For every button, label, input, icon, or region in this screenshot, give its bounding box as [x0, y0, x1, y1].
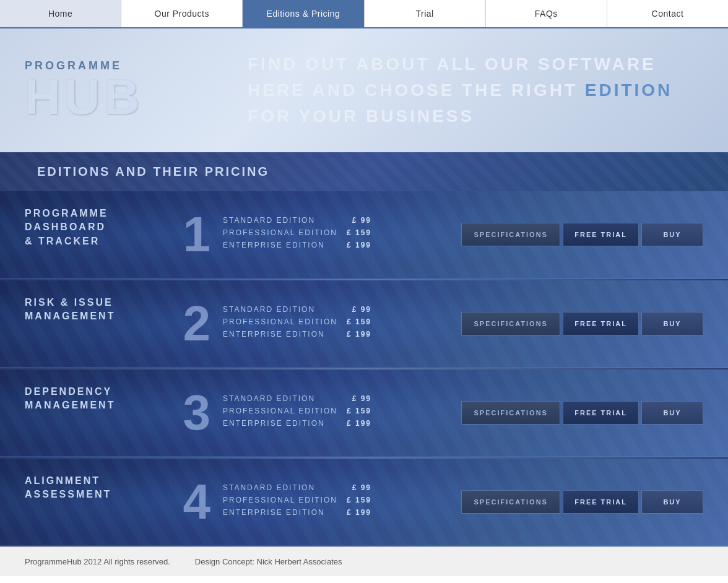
product-number: 1: [183, 210, 211, 259]
buy-button[interactable]: BUY: [641, 490, 703, 514]
price-row: ENTERPRISE EDITION £ 199: [223, 419, 371, 428]
logo-hub-text: HUB: [25, 72, 248, 122]
free-trial-button[interactable]: FREE TRIAL: [563, 401, 639, 425]
product-number: 2: [183, 299, 211, 348]
product-number: 3: [183, 388, 211, 438]
edition-label: PROFESSIONAL EDITION: [223, 317, 337, 326]
edition-label: STANDARD EDITION: [223, 483, 315, 492]
tagline-line3: FOR YOUR BUSINESS: [248, 103, 703, 129]
edition-price: £ 159: [347, 228, 371, 237]
specifications-button[interactable]: SPECIFICATIONS: [461, 490, 560, 514]
nav-trial[interactable]: Trial: [365, 0, 486, 27]
buy-button[interactable]: BUY: [641, 312, 703, 335]
nav-editions[interactable]: Editions & Pricing: [243, 0, 364, 27]
edition-label: ENTERPRISE EDITION: [223, 508, 325, 517]
price-row: ENTERPRISE EDITION £ 199: [223, 241, 371, 249]
nav-contact[interactable]: Contact: [607, 0, 728, 27]
edition-label: PROFESSIONAL EDITION: [223, 496, 337, 504]
edition-price: £ 159: [347, 407, 371, 415]
product-info: DEPENDENCYMANAGEMENT 3: [25, 385, 210, 441]
specifications-button[interactable]: SPECIFICATIONS: [461, 312, 560, 335]
free-trial-button[interactable]: FREE TRIAL: [563, 312, 639, 335]
edition-label: STANDARD EDITION: [223, 305, 315, 314]
action-buttons: SPECIFICATIONS FREE TRIAL BUY: [371, 401, 703, 425]
edition-price: £ 159: [347, 317, 371, 326]
edition-label: ENTERPRISE EDITION: [223, 241, 325, 249]
header-tagline: FIND OUT ABOUT ALL OUR SOFTWARE HERE AND…: [248, 51, 703, 129]
product-row-risk-issue: RISK & ISSUEMANAGEMENT 2 STANDARD EDITIO…: [0, 280, 728, 368]
edition-label: STANDARD EDITION: [223, 216, 315, 225]
action-buttons: SPECIFICATIONS FREE TRIAL BUY: [371, 312, 703, 335]
buy-button[interactable]: BUY: [641, 223, 703, 246]
main-navigation: Home Our Products Editions & Pricing Tri…: [0, 0, 728, 28]
tagline-accent: EDITION: [585, 80, 673, 100]
edition-label: ENTERPRISE EDITION: [223, 330, 325, 339]
action-buttons: SPECIFICATIONS FREE TRIAL BUY: [371, 223, 703, 246]
price-row: STANDARD EDITION £ 99: [223, 394, 371, 403]
edition-price: £ 199: [347, 508, 371, 517]
product-number: 4: [183, 477, 211, 527]
price-row: PROFESSIONAL EDITION £ 159: [223, 496, 371, 504]
price-row: STANDARD EDITION £ 99: [223, 483, 371, 492]
price-row: STANDARD EDITION £ 99: [223, 216, 371, 225]
nav-faqs[interactable]: FAQs: [486, 0, 607, 27]
pricing-section: STANDARD EDITION £ 99 PROFESSIONAL EDITI…: [223, 305, 371, 342]
edition-price: £ 99: [352, 216, 371, 225]
edition-price: £ 99: [352, 305, 371, 314]
free-trial-button[interactable]: FREE TRIAL: [563, 490, 639, 514]
tagline-line1: FIND OUT ABOUT ALL OUR SOFTWARE: [248, 51, 703, 77]
tagline-line2: HERE AND CHOOSE THE RIGHT EDITION: [248, 77, 703, 103]
product-info: ALIGNMENTASSESSMENT 4: [25, 474, 210, 530]
specifications-button[interactable]: SPECIFICATIONS: [461, 401, 560, 425]
price-row: ENTERPRISE EDITION £ 199: [223, 508, 371, 517]
section-banner: Editions and their pricing: [0, 152, 728, 191]
page-footer: ProgrammeHub 2012 All rights reserved. D…: [0, 546, 728, 576]
specifications-button[interactable]: SPECIFICATIONS: [461, 223, 560, 246]
pricing-section: STANDARD EDITION £ 99 PROFESSIONAL EDITI…: [223, 216, 371, 253]
free-trial-button[interactable]: FREE TRIAL: [563, 223, 639, 246]
edition-label: PROFESSIONAL EDITION: [223, 228, 337, 237]
price-row: PROFESSIONAL EDITION £ 159: [223, 228, 371, 237]
price-row: ENTERPRISE EDITION £ 199: [223, 330, 371, 339]
nav-home[interactable]: Home: [0, 0, 121, 27]
pricing-section: STANDARD EDITION £ 99 PROFESSIONAL EDITI…: [223, 394, 371, 431]
edition-price: £ 199: [347, 330, 371, 339]
logo-area: Programme HUB: [25, 59, 248, 122]
page-header: Programme HUB FIND OUT ABOUT ALL OUR SOF…: [0, 28, 728, 152]
edition-price: £ 99: [352, 394, 371, 403]
edition-price: £ 99: [352, 483, 371, 492]
pricing-section: STANDARD EDITION £ 99 PROFESSIONAL EDITI…: [223, 483, 371, 520]
edition-price: £ 199: [347, 419, 371, 428]
price-row: STANDARD EDITION £ 99: [223, 305, 371, 314]
edition-price: £ 159: [347, 496, 371, 504]
product-list: PROGRAMMEDASHBOARD& TRACKER 1 STANDARD E…: [0, 191, 728, 546]
edition-label: PROFESSIONAL EDITION: [223, 407, 337, 415]
price-row: PROFESSIONAL EDITION £ 159: [223, 317, 371, 326]
product-row-alignment: ALIGNMENTASSESSMENT 4 STANDARD EDITION £…: [0, 459, 728, 546]
nav-products[interactable]: Our Products: [121, 0, 243, 27]
edition-label: ENTERPRISE EDITION: [223, 419, 325, 428]
action-buttons: SPECIFICATIONS FREE TRIAL BUY: [371, 490, 703, 514]
footer-design: Design Concept: Nick Herbert Associates: [195, 557, 342, 566]
section-title: Editions and their pricing: [37, 165, 691, 179]
product-row-prog-dashboard: PROGRAMMEDASHBOARD& TRACKER 1 STANDARD E…: [0, 191, 728, 279]
product-info: RISK & ISSUEMANAGEMENT 2: [25, 296, 210, 352]
product-info: PROGRAMMEDASHBOARD& TRACKER 1: [25, 207, 210, 262]
product-row-dependency: DEPENDENCYMANAGEMENT 3 STANDARD EDITION …: [0, 369, 728, 457]
edition-price: £ 199: [347, 241, 371, 249]
footer-copyright: ProgrammeHub 2012 All rights reserved.: [25, 557, 170, 566]
edition-label: STANDARD EDITION: [223, 394, 315, 403]
buy-button[interactable]: BUY: [641, 401, 703, 425]
price-row: PROFESSIONAL EDITION £ 159: [223, 407, 371, 415]
